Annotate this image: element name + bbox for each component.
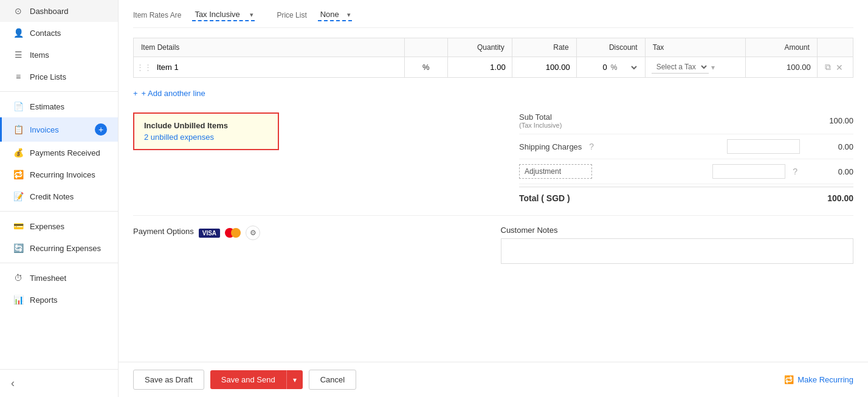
main-content: Item Rates Are Tax Inclusive Tax Exclusi… bbox=[119, 0, 868, 397]
item-tax-select[interactable]: Select a Tax bbox=[652, 61, 709, 74]
bottom-section: Payment Options VISA ⚙ Customer Notes bbox=[133, 215, 853, 272]
item-unit-cell: % bbox=[404, 57, 447, 78]
add-line-button[interactable]: + + Add another line bbox=[133, 84, 205, 103]
save-draft-button[interactable]: Save as Draft bbox=[133, 370, 204, 390]
adjustment-input[interactable] bbox=[712, 164, 785, 179]
unbilled-title: Include Unbilled Items bbox=[144, 121, 268, 130]
sidebar-item-expenses[interactable]: 💳 Expenses bbox=[0, 215, 118, 237]
subtotal-label: Sub Total bbox=[519, 112, 562, 122]
sidebar-item-items[interactable]: ☰ Items bbox=[0, 44, 118, 66]
contacts-icon: 👤 bbox=[13, 28, 24, 38]
shipping-input[interactable] bbox=[727, 139, 800, 154]
price-lists-icon: ≡ bbox=[13, 72, 24, 81]
plus-icon: + bbox=[133, 89, 138, 98]
expenses-icon: 💳 bbox=[13, 221, 24, 231]
items-icon: ☰ bbox=[13, 50, 24, 60]
total-final-row: Total ( SGD ) 100.00 bbox=[519, 187, 853, 209]
item-quantity-cell[interactable] bbox=[447, 57, 512, 78]
price-list-wrapper[interactable]: None bbox=[318, 9, 352, 21]
item-rate-input[interactable] bbox=[518, 63, 570, 72]
item-rate-cell[interactable] bbox=[512, 57, 576, 78]
chevron-down-icon: ▾ bbox=[711, 63, 715, 72]
timesheet-icon: ⏱ bbox=[13, 273, 24, 283]
customer-notes-area: Customer Notes bbox=[501, 226, 854, 266]
sidebar-item-recurring-expenses[interactable]: 🔄 Recurring Expenses bbox=[0, 237, 118, 259]
item-discount-type-select[interactable]: % Fixed bbox=[608, 63, 639, 72]
col-header-actions bbox=[817, 38, 853, 57]
adjustment-label-input[interactable] bbox=[519, 164, 592, 179]
subtotal-value: 100.00 bbox=[805, 116, 853, 125]
sidebar-collapse-button[interactable]: ‹ bbox=[0, 369, 118, 397]
col-header-item-details: Item Details bbox=[134, 38, 405, 57]
col-header-quantity: Quantity bbox=[447, 38, 512, 57]
sidebar-item-timesheet[interactable]: ⏱ Timesheet bbox=[0, 267, 118, 289]
drag-handle-cell: ⋮⋮ bbox=[134, 57, 405, 78]
totals-section: Sub Total (Tax Inclusive) 100.00 Shippin… bbox=[519, 108, 853, 209]
save-send-button[interactable]: Save and Send bbox=[210, 370, 286, 389]
col-header-qty-unit bbox=[404, 38, 447, 57]
item-discount-cell[interactable]: % Fixed bbox=[576, 57, 645, 78]
reports-icon: 📊 bbox=[13, 295, 24, 305]
delete-row-button[interactable]: ✕ bbox=[835, 61, 844, 74]
sidebar-item-price-lists[interactable]: ≡ Price Lists bbox=[0, 66, 118, 88]
unbilled-expenses-link[interactable]: 2 unbilled expenses bbox=[144, 133, 268, 142]
estimates-icon: 📄 bbox=[13, 102, 24, 111]
sidebar-item-dashboard[interactable]: ⊙ Dashboard bbox=[0, 0, 118, 22]
cancel-button[interactable]: Cancel bbox=[309, 370, 356, 390]
shipping-help-icon[interactable]: ? bbox=[589, 142, 594, 151]
left-content: Include Unbilled Items 2 unbilled expens… bbox=[133, 108, 507, 209]
recurring-expenses-icon: 🔄 bbox=[13, 243, 24, 253]
drag-handle-icon[interactable]: ⋮⋮ bbox=[136, 63, 154, 72]
table-row: ⋮⋮ % bbox=[134, 57, 853, 78]
tax-inclusive-note: (Tax Inclusive) bbox=[519, 122, 562, 129]
tax-inclusive-wrapper[interactable]: Tax Inclusive Tax Exclusive No Tax bbox=[192, 9, 255, 21]
footer: Save as Draft Save and Send ▾ Cancel 🔁 M… bbox=[119, 362, 868, 397]
payments-received-icon: 💰 bbox=[13, 148, 24, 157]
sidebar-item-payments-received[interactable]: 💰 Payments Received bbox=[0, 142, 118, 164]
price-list-select[interactable]: None bbox=[318, 9, 352, 21]
sidebar-item-recurring-invoices[interactable]: 🔁 Recurring Invoices bbox=[0, 164, 118, 185]
recurring-invoices-icon: 🔁 bbox=[13, 170, 24, 179]
payment-options-label: Payment Options bbox=[133, 227, 194, 236]
item-tax-cell[interactable]: Select a Tax ▾ bbox=[645, 57, 745, 78]
topbar: Item Rates Are Tax Inclusive Tax Exclusi… bbox=[133, 0, 853, 28]
total-label: Total ( SGD ) bbox=[519, 193, 570, 203]
shipping-label: Shipping Charges bbox=[519, 142, 582, 151]
item-amount-cell: 100.00 bbox=[745, 57, 817, 78]
shipping-value: 0.00 bbox=[805, 142, 853, 151]
item-quantity-input[interactable] bbox=[454, 63, 506, 72]
adjustment-help-icon[interactable]: ? bbox=[793, 167, 797, 176]
save-send-arrow-button[interactable]: ▾ bbox=[286, 370, 303, 389]
payment-options-area: Payment Options VISA ⚙ bbox=[133, 226, 486, 266]
sidebar-item-reports[interactable]: 📊 Reports bbox=[0, 289, 118, 311]
tax-inclusive-select[interactable]: Tax Inclusive Tax Exclusive No Tax bbox=[192, 9, 255, 21]
adjustment-row: ? 0.00 bbox=[519, 159, 853, 184]
mastercard-icon bbox=[225, 228, 241, 238]
sidebar-item-estimates[interactable]: 📄 Estimates bbox=[0, 95, 118, 117]
invoices-icon: 📋 bbox=[13, 125, 24, 134]
make-recurring-button[interactable]: 🔁 Make Recurring bbox=[784, 375, 853, 384]
item-amount-value: 100.00 bbox=[787, 63, 811, 72]
add-invoice-button[interactable]: + bbox=[95, 123, 107, 136]
price-list-label: Price List bbox=[277, 11, 306, 19]
visa-icon: VISA bbox=[199, 229, 220, 238]
item-discount-input[interactable] bbox=[583, 63, 607, 72]
dashboard-icon: ⊙ bbox=[13, 6, 24, 16]
total-value: 100.00 bbox=[827, 193, 853, 203]
col-header-amount: Amount bbox=[745, 38, 817, 57]
customer-notes-input[interactable] bbox=[501, 238, 854, 264]
item-unit-value: % bbox=[422, 63, 430, 72]
sidebar-item-contacts[interactable]: 👤 Contacts bbox=[0, 22, 118, 44]
col-header-tax: Tax bbox=[645, 38, 745, 57]
main-scroll-area: Item Rates Are Tax Inclusive Tax Exclusi… bbox=[119, 0, 868, 362]
copy-row-button[interactable]: ⧉ bbox=[824, 61, 832, 74]
unbilled-items-box: Include Unbilled Items 2 unbilled expens… bbox=[133, 112, 279, 150]
sidebar-item-credit-notes[interactable]: 📝 Credit Notes bbox=[0, 185, 118, 207]
payment-options-gear-button[interactable]: ⚙ bbox=[246, 226, 260, 240]
save-send-group: Save and Send ▾ bbox=[210, 370, 303, 389]
sidebar: ⊙ Dashboard 👤 Contacts ☰ Items ≡ Price L… bbox=[0, 0, 119, 397]
item-rates-label: Item Rates Are bbox=[133, 11, 181, 19]
sidebar-item-invoices[interactable]: 📋 Invoices + bbox=[0, 117, 118, 142]
item-name-input[interactable] bbox=[157, 63, 382, 72]
credit-notes-icon: 📝 bbox=[13, 192, 24, 201]
